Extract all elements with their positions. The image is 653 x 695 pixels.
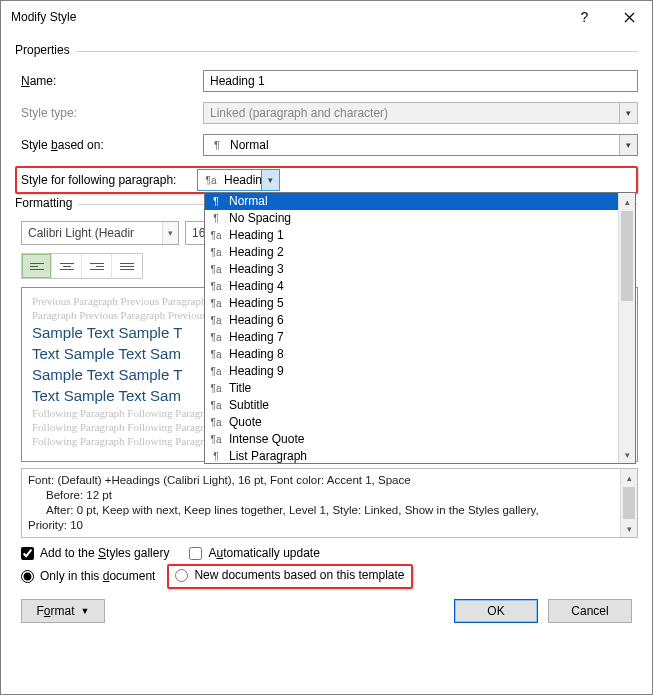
dropdown-option[interactable]: ¶aIntense Quote [205, 431, 618, 448]
based-on-combo[interactable]: ¶ Normal ▾ [203, 134, 638, 156]
pilcrow-icon: ¶a [209, 380, 223, 397]
scroll-thumb[interactable] [621, 211, 633, 301]
description-scrollbar[interactable]: ▴ ▾ [620, 469, 637, 537]
scroll-down-icon[interactable]: ▾ [619, 446, 635, 463]
following-paragraph-dropdown[interactable]: ¶Normal¶No Spacing¶aHeading 1¶aHeading 2… [204, 192, 636, 464]
pilcrow-icon: ¶ [209, 210, 223, 227]
style-type-value: Linked (paragraph and character) [210, 106, 388, 120]
dropdown-option-label: Heading 5 [229, 295, 284, 312]
dropdown-option-label: No Spacing [229, 210, 291, 227]
based-on-value: Normal [230, 138, 269, 152]
dropdown-option[interactable]: ¶aHeading 4 [205, 278, 618, 295]
new-documents-radio[interactable]: New documents based on this template [175, 568, 404, 582]
desc-line: Font: (Default) +Headings (Calibri Light… [28, 473, 614, 488]
name-input[interactable] [203, 70, 638, 92]
dropdown-option-label: Heading 9 [229, 363, 284, 380]
dropdown-option[interactable]: ¶Normal [205, 193, 618, 210]
pilcrow-icon: ¶a [209, 312, 223, 329]
dropdown-option-label: Normal [229, 193, 268, 210]
following-paragraph-combo[interactable]: ¶a Heading 2 ▾ [197, 169, 280, 191]
dropdown-option-label: Heading 8 [229, 346, 284, 363]
help-button[interactable]: ? [562, 1, 607, 33]
pilcrow-icon: ¶ [209, 448, 223, 463]
dropdown-option-label: Heading 1 [229, 227, 284, 244]
formatting-legend: Formatting [15, 196, 78, 210]
dropdown-scrollbar[interactable]: ▴ ▾ [618, 193, 635, 463]
new-documents-highlight: New documents based on this template [167, 564, 412, 589]
dropdown-option[interactable]: ¶aHeading 7 [205, 329, 618, 346]
dropdown-option-label: List Paragraph [229, 448, 307, 463]
scroll-up-icon[interactable]: ▴ [619, 193, 635, 210]
dropdown-option-label: Intense Quote [229, 431, 304, 448]
dropdown-option-label: Subtitle [229, 397, 269, 414]
pilcrow-icon: ¶a [209, 414, 223, 431]
align-center-button[interactable] [52, 254, 82, 278]
dropdown-option[interactable]: ¶aHeading 9 [205, 363, 618, 380]
pilcrow-icon: ¶a [209, 397, 223, 414]
pilcrow-icon: ¶ [209, 193, 223, 210]
properties-group: Properties Name: Style type: Linked (par… [15, 51, 638, 194]
align-left-button[interactable] [22, 254, 52, 278]
align-right-button[interactable] [82, 254, 112, 278]
close-icon [624, 12, 635, 23]
pilcrow-icon: ¶a [209, 329, 223, 346]
chevron-down-icon[interactable]: ▾ [162, 222, 178, 244]
auto-update-checkbox[interactable]: Automatically update [189, 546, 319, 560]
dropdown-option-label: Title [229, 380, 251, 397]
dropdown-option[interactable]: ¶aHeading 5 [205, 295, 618, 312]
dropdown-option[interactable]: ¶aSubtitle [205, 397, 618, 414]
based-on-label: Style based on: [15, 138, 203, 152]
pilcrow-icon: ¶a [204, 175, 218, 186]
pilcrow-icon: ¶a [209, 227, 223, 244]
following-paragraph-label: Style for following paragraph: [19, 173, 197, 187]
scroll-thumb[interactable] [623, 487, 635, 519]
scroll-down-icon[interactable]: ▾ [621, 520, 637, 537]
new-documents-label: New documents based on this template [194, 568, 404, 582]
ok-button[interactable]: OK [454, 599, 538, 623]
style-type-label: Style type: [15, 106, 203, 120]
dropdown-option[interactable]: ¶aHeading 1 [205, 227, 618, 244]
chevron-down-icon[interactable]: ▾ [619, 135, 637, 155]
only-this-document-radio[interactable]: Only in this document [21, 569, 155, 583]
pilcrow-icon: ¶a [209, 363, 223, 380]
dropdown-option[interactable]: ¶List Paragraph [205, 448, 618, 463]
dropdown-option[interactable]: ¶aHeading 8 [205, 346, 618, 363]
chevron-down-icon[interactable]: ▾ [261, 170, 279, 190]
properties-legend: Properties [15, 43, 76, 57]
desc-line: Before: 12 pt [28, 488, 614, 503]
titlebar: Modify Style ? [1, 1, 652, 33]
font-family-combo[interactable]: Calibri Light (Headir ▾ [21, 221, 179, 245]
scroll-up-icon[interactable]: ▴ [621, 469, 637, 486]
dropdown-option[interactable]: ¶aTitle [205, 380, 618, 397]
pilcrow-icon: ¶a [209, 431, 223, 448]
format-button[interactable]: Format ▼ [21, 599, 105, 623]
cancel-button[interactable]: Cancel [548, 599, 632, 623]
align-justify-button[interactable] [112, 254, 142, 278]
pilcrow-icon: ¶a [209, 295, 223, 312]
pilcrow-icon: ¶a [209, 278, 223, 295]
close-button[interactable] [607, 1, 652, 33]
dropdown-option[interactable]: ¶aHeading 2 [205, 244, 618, 261]
window-title: Modify Style [11, 10, 562, 24]
desc-line: Priority: 10 [28, 518, 614, 533]
dropdown-option-label: Heading 6 [229, 312, 284, 329]
dropdown-option-label: Heading 3 [229, 261, 284, 278]
pilcrow-icon: ¶a [209, 244, 223, 261]
font-family-value: Calibri Light (Headir [28, 226, 134, 240]
style-description: Font: (Default) +Headings (Calibri Light… [21, 468, 638, 538]
pilcrow-icon: ¶a [209, 261, 223, 278]
add-to-gallery-checkbox[interactable]: Add to the Styles gallery [21, 546, 169, 560]
dropdown-option-label: Quote [229, 414, 262, 431]
dropdown-option-label: Heading 7 [229, 329, 284, 346]
dropdown-option[interactable]: ¶aHeading 6 [205, 312, 618, 329]
dropdown-option[interactable]: ¶aHeading 3 [205, 261, 618, 278]
dropdown-option-label: Heading 2 [229, 244, 284, 261]
desc-line: After: 0 pt, Keep with next, Keep lines … [28, 503, 614, 518]
name-label: Name: [15, 74, 203, 88]
alignment-toolbar [21, 253, 143, 279]
pilcrow-icon: ¶ [210, 139, 224, 151]
dropdown-option[interactable]: ¶No Spacing [205, 210, 618, 227]
dropdown-option[interactable]: ¶aQuote [205, 414, 618, 431]
chevron-down-icon: ▾ [619, 103, 637, 123]
following-paragraph-highlight: Style for following paragraph: ¶a Headin… [15, 166, 638, 194]
